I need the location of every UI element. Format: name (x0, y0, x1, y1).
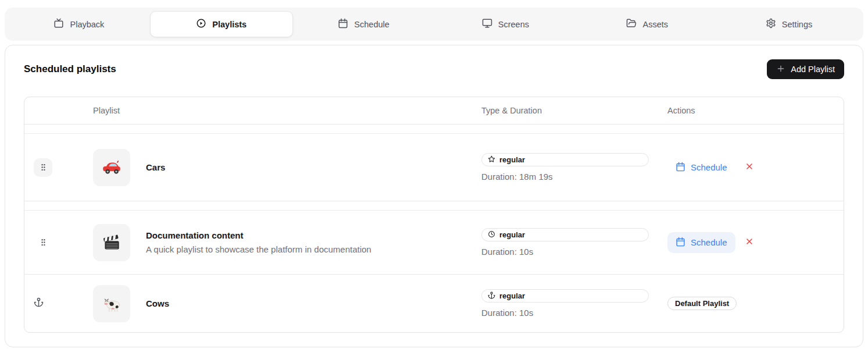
drag-handle-icon[interactable] (34, 233, 52, 252)
drag-handle-icon[interactable] (34, 158, 52, 177)
playlist-duration: Duration: 18m 19s (481, 172, 649, 182)
playlist-thumbnail-car (93, 149, 130, 186)
tab-label: Playback (70, 20, 104, 29)
gear-icon (766, 18, 776, 30)
add-playlist-button[interactable]: Add Playlist (767, 59, 844, 79)
remove-playlist-button[interactable] (744, 236, 755, 249)
row-spacer (24, 125, 844, 134)
add-playlist-label: Add Playlist (791, 65, 835, 74)
playlist-duration: Duration: 10s (481, 247, 649, 257)
star-icon (488, 155, 495, 165)
calendar-icon (676, 237, 685, 248)
tab-label: Playlists (212, 20, 247, 29)
calendar-icon (676, 162, 685, 173)
anchor-icon (488, 291, 495, 301)
remove-playlist-button[interactable] (744, 161, 755, 174)
type-badge-label: regular (499, 230, 525, 239)
x-icon (745, 237, 754, 248)
tab-settings[interactable]: Settings (718, 11, 860, 37)
table-row: Cars regular Duration: 18m 19s Schedule (24, 134, 844, 201)
column-header-type-duration: Type & Duration (481, 106, 667, 115)
table-row: Documentation content A quick playlist t… (24, 211, 844, 275)
schedule-label: Schedule (691, 162, 727, 172)
scheduled-playlists-panel: Scheduled playlists Add Playlist Playlis… (5, 45, 863, 347)
playlists-table: Playlist Type & Duration Actions (24, 97, 844, 333)
type-badge-label: regular (499, 291, 525, 300)
tv-icon (53, 18, 64, 30)
playlist-name: Documentation content (146, 230, 481, 240)
tab-schedule[interactable]: Schedule (293, 11, 435, 37)
table-header: Playlist Type & Duration Actions (24, 97, 844, 125)
playlist-thumbnail-clapperboard (93, 224, 130, 261)
table-row: Cows regular Duration: 10s Default Playl… (24, 275, 844, 332)
playlist-type-badge[interactable]: regular (481, 289, 649, 303)
default-playlist-badge: Default Playlist (667, 297, 737, 310)
page-title: Scheduled playlists (24, 63, 116, 75)
tab-label: Settings (782, 20, 812, 29)
tab-playlists[interactable]: Playlists (150, 11, 293, 37)
tab-label: Assets (642, 20, 668, 29)
tab-label: Schedule (354, 20, 389, 29)
anchor-icon (34, 297, 44, 310)
schedule-button[interactable]: Schedule (667, 232, 735, 253)
tab-assets[interactable]: Assets (576, 11, 718, 37)
play-circle-icon (196, 18, 206, 30)
tab-playback[interactable]: Playback (8, 11, 150, 37)
row-spacer (24, 201, 844, 211)
playlist-name: Cows (146, 298, 481, 308)
tab-label: Screens (498, 20, 529, 29)
column-header-actions: Actions (667, 106, 844, 115)
playlist-description: A quick playlist to showcase the platfor… (146, 244, 481, 254)
playlist-name: Cars (146, 162, 481, 172)
calendar-icon (338, 18, 348, 30)
playlist-thumbnail-cow (93, 285, 130, 322)
tab-screens[interactable]: Screens (434, 11, 576, 37)
folder-open-icon (626, 18, 637, 30)
plus-icon (776, 64, 785, 75)
clock-icon (488, 230, 495, 240)
playlist-type-badge[interactable]: regular (481, 228, 649, 241)
column-header-playlist: Playlist (93, 106, 481, 115)
schedule-label: Schedule (691, 237, 727, 247)
playlist-type-badge[interactable]: regular (481, 153, 649, 166)
top-nav: Playback Playlists Schedule Screens Asse… (5, 8, 863, 41)
monitor-icon (482, 18, 492, 30)
playlist-duration: Duration: 10s (481, 308, 649, 318)
x-icon (745, 162, 754, 173)
schedule-button[interactable]: Schedule (667, 157, 735, 178)
type-badge-label: regular (499, 155, 525, 164)
